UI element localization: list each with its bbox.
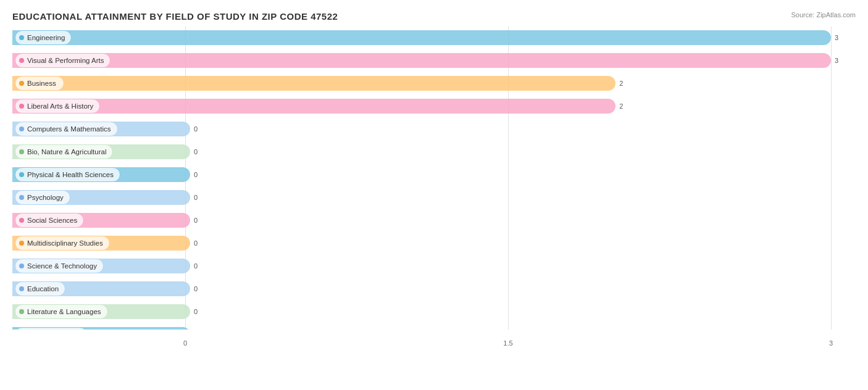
bar-dot (19, 81, 24, 86)
bar-label: Multidisciplinary Studies (27, 239, 103, 247)
bar-label: Literature & Languages (27, 308, 101, 315)
bar-value-label: 0 (194, 217, 198, 224)
bar-row: Literature & Languages0 (12, 301, 856, 322)
x-tick: 0 (183, 339, 187, 347)
bar-label: Computers & Mathematics (27, 125, 111, 133)
bar-row: Communications0 (12, 323, 856, 330)
bar-dot (19, 35, 24, 40)
bar-label-pill: Liberal Arts & History (15, 99, 100, 114)
bar-track (12, 99, 616, 114)
chart-container: EDUCATIONAL ATTAINMENT BY FIELD OF STUDY… (0, 0, 868, 390)
chart-title: EDUCATIONAL ATTAINMENT BY FIELD OF STUDY… (12, 11, 856, 22)
bar-value-label: 2 (619, 80, 623, 87)
bar-row: Visual & Performing Arts3 (12, 49, 856, 71)
bar-label: Visual & Performing Arts (27, 57, 104, 64)
bar-value-label: 0 (194, 148, 198, 156)
x-tick: 1.5 (503, 339, 512, 347)
bar-row: Liberal Arts & History2 (12, 95, 856, 117)
bar-label: Engineering (27, 34, 65, 41)
bar-label: Physical & Health Sciences (27, 171, 114, 178)
bar-label-pill: Visual & Performing Arts (15, 53, 111, 68)
bar-dot (19, 241, 24, 246)
bar-label-pill: Computers & Mathematics (15, 122, 118, 136)
bar-dot (19, 286, 24, 291)
bar-dot (19, 195, 24, 200)
bar-row: Psychology0 (12, 186, 856, 208)
bar-dot (19, 104, 24, 109)
bar-track (12, 76, 616, 91)
bar-dot (19, 263, 24, 268)
bars-area: Engineering3Visual & Performing Arts3Bus… (12, 27, 856, 330)
bar-label: Liberal Arts & History (27, 102, 93, 110)
bar-label-pill: Communications (15, 327, 87, 330)
bar-row: Engineering3 (12, 27, 856, 48)
bar-row: Physical & Health Sciences0 (12, 164, 856, 185)
bar-value-label: 3 (835, 34, 838, 41)
bar-row: Business2 (12, 72, 856, 94)
bar-value-label: 0 (194, 239, 198, 247)
bar-dot (19, 218, 24, 223)
bar-value-label: 3 (835, 57, 838, 64)
bar-row: Science & Technology0 (12, 255, 856, 276)
bar-track (12, 30, 831, 45)
bar-value-label: 0 (194, 171, 198, 178)
bar-row: Computers & Mathematics0 (12, 118, 856, 139)
bar-value-label: 0 (194, 125, 198, 133)
bar-value-label: 0 (194, 262, 198, 270)
bar-label-pill: Education (15, 281, 65, 296)
bar-value-label: 0 (194, 285, 198, 292)
bar-track (12, 53, 831, 68)
bar-label-pill: Psychology (15, 190, 70, 205)
bar-label-pill: Science & Technology (15, 259, 104, 273)
bar-value-label: 0 (194, 308, 198, 315)
bar-label: Social Sciences (27, 217, 77, 224)
bar-row: Education0 (12, 278, 856, 299)
bar-label: Science & Technology (27, 262, 97, 270)
bar-dot (19, 58, 24, 63)
x-axis: 01.53 (12, 330, 856, 347)
bar-dot (19, 309, 24, 314)
bar-label: Education (27, 285, 59, 292)
bar-label-pill: Bio, Nature & Agricultural (15, 144, 113, 159)
bar-label-pill: Physical & Health Sciences (15, 167, 120, 182)
bar-row: Bio, Nature & Agricultural0 (12, 141, 856, 162)
bar-label-pill: Multidisciplinary Studies (15, 236, 110, 251)
bar-value-label: 2 (619, 102, 623, 110)
chart-area: Engineering3Visual & Performing Arts3Bus… (12, 27, 856, 347)
bar-label-pill: Business (15, 76, 64, 91)
bar-label: Bio, Nature & Agricultural (27, 148, 106, 156)
bar-dot (19, 149, 24, 154)
bar-label: Psychology (27, 194, 64, 201)
bar-label: Business (27, 80, 56, 87)
bar-label-pill: Social Sciences (15, 213, 84, 228)
bar-label-pill: Literature & Languages (15, 304, 108, 319)
bar-dot (19, 127, 24, 131)
bar-dot (19, 172, 24, 177)
source-label: Source: ZipAtlas.com (791, 11, 856, 19)
bar-value-label: 0 (194, 194, 198, 201)
bar-row: Social Sciences0 (12, 209, 856, 231)
bar-row: Multidisciplinary Studies0 (12, 232, 856, 254)
x-tick: 3 (829, 339, 833, 347)
bar-label-pill: Engineering (15, 30, 72, 45)
